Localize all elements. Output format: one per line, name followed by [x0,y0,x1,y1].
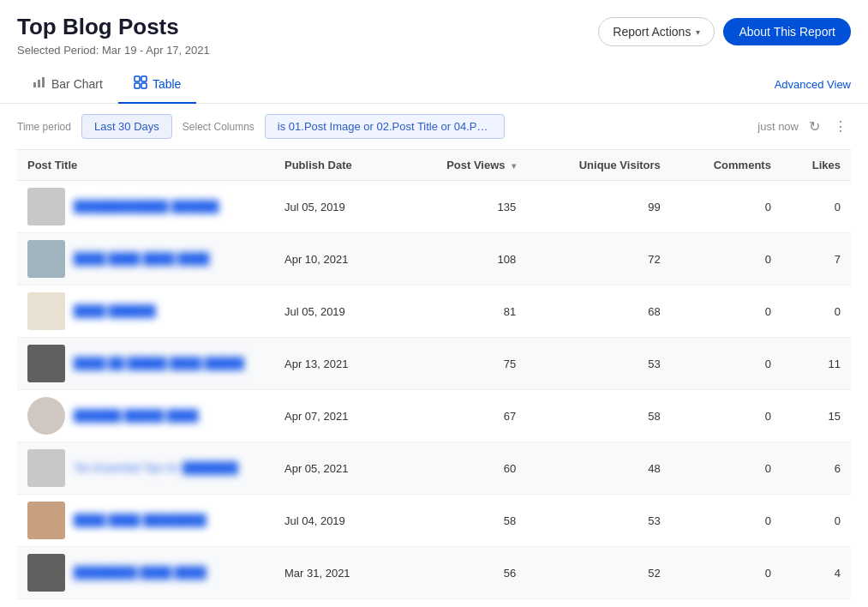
comments-cell: 0 [671,547,781,599]
likes-cell: 0 [781,285,851,338]
post-thumbnail [27,345,65,382]
page-header: Top Blog Posts Selected Period: Mar 19 -… [0,0,868,65]
post-title-text[interactable]: Ten Essential Tips for ███████ [74,461,238,476]
tab-table[interactable]: Table [118,65,196,104]
likes-cell: 7 [781,233,851,285]
post-title-text[interactable]: ████████ ████ ████ [74,566,207,580]
unique-visitors-cell: 58 [526,390,671,442]
post-title-text[interactable]: ████ ██ █████ ████ █████ [74,357,244,371]
comments-cell: 0 [671,442,781,495]
post-title-text[interactable]: ████ ████ ████████ [74,514,207,528]
refresh-button[interactable]: ↻ [805,117,823,136]
about-report-button[interactable]: About This Report [723,18,851,45]
advanced-view-link[interactable]: Advanced View [775,78,851,91]
report-actions-button[interactable]: Report Actions ▾ [598,17,715,46]
svg-rect-5 [135,83,140,88]
comments-cell: 0 [671,390,781,442]
publish-date-cell: Jul 05, 2019 [274,181,398,233]
publish-date-cell: Mar 31, 2021 [274,547,398,599]
post-thumbnail [27,240,65,278]
table-row: Ten Essential Tips for ███████Apr 05, 20… [17,442,851,495]
post-views-cell: 81 [398,285,526,338]
likes-cell: 4 [781,547,851,599]
likes-cell: 6 [781,442,851,495]
chevron-down-icon: ▾ [696,27,700,37]
comments-cell: 0 [671,495,781,547]
post-title-text[interactable]: ██████ █████ ████ [74,409,198,424]
data-table: Post Title Publish Date Post Views ▾ Uni… [17,149,851,599]
unique-visitors-cell: 53 [526,495,671,547]
tab-table-label: Table [153,77,181,91]
table-row: ████ ██ █████ ████ █████Apr 13, 20217553… [17,338,851,390]
data-table-container: Post Title Publish Date Post Views ▾ Uni… [0,149,868,599]
publish-date-cell: Jul 05, 2019 [274,285,398,338]
table-header-row: Post Title Publish Date Post Views ▾ Uni… [17,150,851,181]
col-header-publish-date: Publish Date [274,150,398,181]
columns-filter-button[interactable]: is 01.Post Image or 02.Post Title or 04.… [265,114,505,139]
bar-chart-icon [33,75,46,92]
post-title-text[interactable]: ████ ████ ████ ████ [74,252,209,267]
post-views-cell: 135 [398,181,526,233]
svg-rect-4 [141,76,147,81]
post-views-cell: 67 [398,390,526,442]
likes-cell: 0 [781,495,851,547]
col-header-likes: Likes [781,150,851,181]
post-thumbnail [27,188,65,225]
unique-visitors-cell: 99 [526,181,671,233]
table-row: ████████████ ██████Jul 05, 20191359900 [17,181,851,233]
post-title-text[interactable]: ████████████ ██████ [74,200,218,214]
publish-date-cell: Apr 07, 2021 [274,390,398,442]
time-period-button[interactable]: Last 30 Days [81,114,172,139]
publish-date-cell: Apr 10, 2021 [274,233,398,285]
filters-right: just now ↻ ⋮ [757,117,851,136]
unique-visitors-cell: 52 [526,547,671,599]
comments-cell: 0 [671,338,781,390]
tab-bar-chart-label: Bar Chart [51,77,103,91]
table-row: ████████ ████ ████Mar 31, 2021565204 [17,547,851,599]
filters-bar: Time period Last 30 Days Select Columns … [0,104,868,149]
post-title-cell: ████ ██ █████ ████ █████ [17,338,274,390]
post-thumbnail [27,449,65,487]
table-row: ██████ █████ ████Apr 07, 20216758015 [17,390,851,442]
post-title-cell: ████████ ████ ████ [17,547,274,599]
post-title-cell: ████████████ ██████ [17,181,274,233]
comments-cell: 0 [671,285,781,338]
col-header-unique-visitors: Unique Visitors [526,150,671,181]
post-title-cell: ████ ██████ [17,285,274,338]
table-row: ████ ██████Jul 05, 2019816800 [17,285,851,338]
more-options-button[interactable]: ⋮ [830,117,851,136]
post-title-cell: ████ ████ ████ ████ [17,233,274,285]
unique-visitors-cell: 48 [526,442,671,495]
post-title-cell: ██████ █████ ████ [17,390,274,442]
comments-cell: 0 [671,181,781,233]
post-views-cell: 75 [398,338,526,390]
post-title-cell: ████ ████ ████████ [17,495,274,547]
post-views-cell: 108 [398,233,526,285]
sort-icon: ▾ [512,161,516,171]
header-left: Top Blog Posts Selected Period: Mar 19 -… [17,14,210,57]
time-period-label: Time period [17,121,71,133]
tab-bar-chart[interactable]: Bar Chart [17,65,118,104]
col-header-post-title: Post Title [17,150,274,181]
post-title-text[interactable]: ████ ██████ [74,304,156,319]
tabs-left: Bar Chart Table [17,65,196,103]
svg-rect-1 [38,80,40,87]
post-views-cell: 58 [398,495,526,547]
post-thumbnail [27,502,65,539]
unique-visitors-cell: 53 [526,338,671,390]
post-title-cell: Ten Essential Tips for ███████ [17,442,274,495]
table-row: ████ ████ ████ ████Apr 10, 20211087207 [17,233,851,285]
publish-date-cell: Apr 13, 2021 [274,338,398,390]
table-icon [134,75,147,92]
refresh-time: just now [757,120,799,133]
svg-rect-0 [33,82,36,87]
post-thumbnail [27,292,65,330]
publish-date-cell: Apr 05, 2021 [274,442,398,495]
col-header-comments: Comments [671,150,781,181]
post-views-cell: 56 [398,547,526,599]
col-header-post-views: Post Views ▾ [398,150,526,181]
tabs-bar: Bar Chart Table Advanced View [0,65,868,104]
post-thumbnail [27,397,65,435]
page-title: Top Blog Posts [17,14,210,40]
post-views-cell: 60 [398,442,526,495]
